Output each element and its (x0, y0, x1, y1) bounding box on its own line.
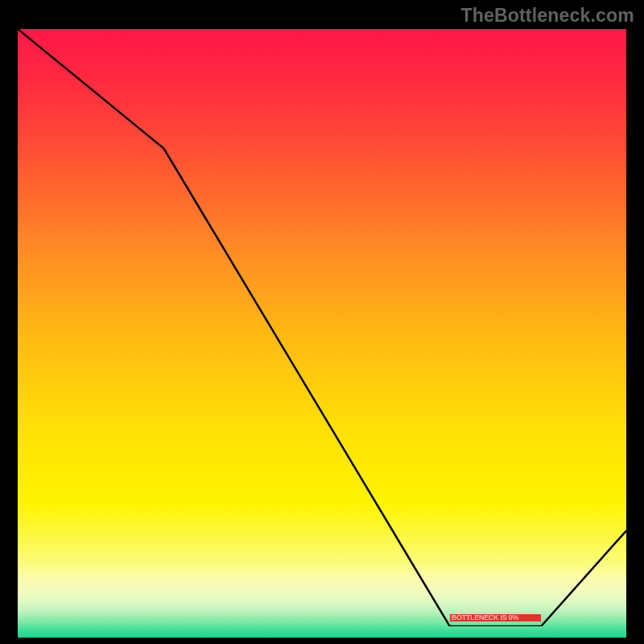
optimal-range-label: BOTTLENECK IS 0% (450, 614, 541, 621)
plot-area: BOTTLENECK IS 0% (18, 29, 626, 626)
watermark-text: TheBottleneck.com (460, 5, 634, 27)
chart-frame: TheBottleneck.com BOTTLENECK IS 0% (0, 0, 644, 644)
bottleneck-curve (18, 29, 626, 626)
